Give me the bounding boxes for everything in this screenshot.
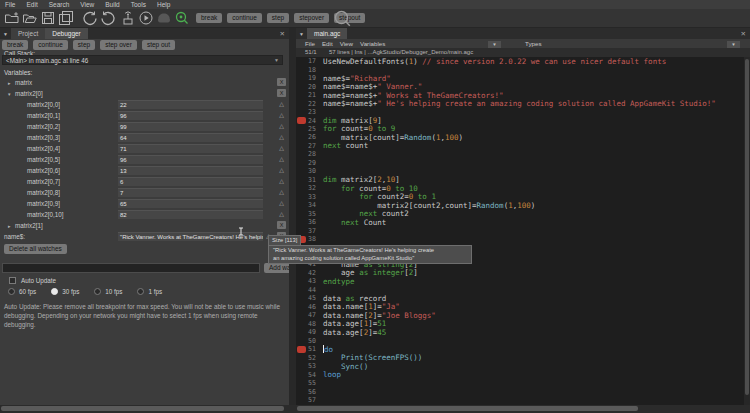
search-icon[interactable] — [333, 9, 352, 28]
close-editor-icon[interactable]: ✕ — [741, 30, 746, 38]
expand-arrow-icon[interactable]: ▸ — [8, 223, 15, 229]
code-line[interactable]: 22name$=name$+" He's helping create an a… — [296, 99, 744, 107]
line-number[interactable]: 47 — [296, 311, 319, 319]
editor-vertical-scrollbar[interactable] — [744, 57, 750, 405]
line-number[interactable]: 31 — [296, 176, 319, 184]
export-icon[interactable] — [156, 10, 172, 26]
variable-value-field[interactable]: 65 — [118, 199, 263, 208]
code-line[interactable]: 44 — [296, 286, 744, 294]
code-line[interactable]: 26 matrix[count]=Random(1,100) — [296, 133, 744, 141]
variable-value-field[interactable]: 71 — [118, 144, 263, 153]
code-line[interactable]: 21name$=name$+" Works at TheGameCreators… — [296, 91, 744, 99]
variable-value-field[interactable]: 22 — [118, 100, 263, 109]
code-line[interactable]: 27next count — [296, 142, 744, 150]
line-number[interactable]: 26 — [296, 133, 319, 141]
variable-value-field[interactable]: 13 — [118, 166, 263, 175]
line-number[interactable]: 18 — [296, 66, 319, 74]
editor-scroll-thumb[interactable] — [297, 406, 638, 411]
line-number[interactable]: 49 — [296, 328, 319, 336]
auto-update-checkbox[interactable] — [9, 277, 16, 284]
line-number[interactable]: 29 — [296, 159, 319, 167]
panel-step-button[interactable]: step — [73, 40, 95, 50]
code-line-text[interactable]: next count — [319, 141, 368, 150]
line-number[interactable]: 45 — [296, 294, 319, 302]
line-number[interactable]: 21 — [296, 91, 319, 99]
editor-menu-edit[interactable]: Edit — [322, 39, 333, 48]
menu-file[interactable]: File — [5, 0, 15, 9]
remove-watch-button[interactable]: X — [277, 89, 286, 97]
line-number[interactable]: 42 — [296, 269, 319, 277]
code-line[interactable]: 46data.name[1]="Ja" — [296, 303, 744, 311]
line-number[interactable]: 57 — [296, 396, 319, 404]
toolbar-break-button[interactable]: break — [196, 13, 222, 23]
redo-icon[interactable] — [100, 10, 116, 26]
menu-build[interactable]: Build — [105, 0, 119, 9]
code-line[interactable]: 20name$=name$+" Vanner." — [296, 82, 744, 90]
variable-value-field[interactable]: 7 — [118, 188, 263, 197]
line-number[interactable]: 33 — [296, 193, 319, 201]
variables-combo-arrow[interactable]: ▼ — [488, 41, 501, 48]
line-number[interactable]: 48 — [296, 320, 319, 328]
breakpoint-line-number[interactable]: 51 — [296, 345, 319, 353]
code-line[interactable]: 28 — [296, 150, 744, 158]
panel-step-over-button[interactable]: step over — [100, 40, 137, 50]
code-line[interactable]: 48data.age[1]=51 — [296, 320, 744, 328]
editor-menu-variables[interactable]: Variables — [360, 39, 385, 48]
code-line[interactable]: 52 Print(ScreenFPS()) — [296, 353, 744, 361]
tab-project[interactable]: Project — [11, 28, 45, 39]
plot-watch-button[interactable]: △ — [277, 111, 286, 119]
toolbar-step-button[interactable]: step — [267, 13, 289, 23]
code-line[interactable]: 24dim matrix[9] — [296, 116, 744, 124]
code-line-text[interactable]: endtype — [319, 277, 355, 286]
plot-watch-button[interactable]: △ — [277, 133, 286, 141]
code-line[interactable]: 29 — [296, 159, 744, 167]
fps-radio[interactable] — [8, 288, 15, 295]
code-line[interactable]: 34 matrix2[count2,count]=Random(1,100) — [296, 201, 744, 209]
delete-all-watches-button[interactable]: Delete all watches — [4, 244, 67, 254]
toolbar-stepover-button[interactable]: stepover — [294, 13, 329, 23]
code-line[interactable]: 37 — [296, 226, 744, 234]
panel-divider[interactable] — [289, 28, 296, 405]
menu-tools[interactable]: Tools — [131, 0, 146, 9]
panel-menu-icon[interactable]: ▼ — [0, 31, 11, 37]
line-number[interactable]: 36 — [296, 218, 319, 226]
code-line[interactable]: 32 for count=0 to 10 — [296, 184, 744, 192]
code-line[interactable]: 51do — [296, 345, 744, 353]
code-line[interactable]: 47data.name[2]="Joe Bloggs" — [296, 311, 744, 319]
menu-view[interactable]: View — [80, 0, 94, 9]
variable-value-field[interactable]: 96 — [118, 155, 263, 164]
code-line[interactable]: 35 next count2 — [296, 209, 744, 217]
fps-radio[interactable] — [137, 288, 144, 295]
menu-search[interactable]: Search — [49, 0, 70, 9]
code-line[interactable]: 50 — [296, 336, 744, 344]
panel-step-out-button[interactable]: step out — [142, 40, 175, 50]
open-project-icon[interactable] — [22, 10, 38, 26]
line-number[interactable]: 44 — [296, 286, 319, 294]
line-number[interactable]: 20 — [296, 83, 319, 91]
horizontal-scrollbar[interactable] — [0, 405, 750, 413]
toolbar-continue-button[interactable]: continue — [227, 13, 262, 23]
line-number[interactable]: 23 — [296, 108, 319, 116]
line-number[interactable]: 22 — [296, 100, 319, 108]
code-line[interactable]: 30 — [296, 167, 744, 175]
code-line[interactable]: 38 — [296, 235, 744, 243]
remove-watch-button[interactable]: X — [277, 221, 286, 229]
remove-watch-button[interactable]: X — [277, 78, 286, 86]
variable-value-field[interactable]: 6 — [118, 177, 263, 186]
plot-watch-button[interactable]: △ — [277, 155, 286, 163]
plot-watch-button[interactable]: △ — [277, 188, 286, 196]
plot-watch-button[interactable]: △ — [277, 199, 286, 207]
plot-watch-button[interactable]: △ — [277, 210, 286, 218]
line-number[interactable]: 28 — [296, 150, 319, 158]
plot-watch-button[interactable]: △ — [277, 177, 286, 185]
plot-watch-button[interactable]: △ — [277, 122, 286, 130]
plot-watch-button[interactable]: △ — [277, 166, 286, 174]
code-line-text[interactable]: name$=name$+" He's helping create an ama… — [319, 99, 716, 108]
code-line[interactable]: 31dim matrix2[2,10] — [296, 176, 744, 184]
call-stack-dropdown[interactable]: <Main> in main.agc at line 46 ▼ — [2, 55, 283, 65]
line-number[interactable]: 27 — [296, 142, 319, 150]
editor-menu-file[interactable]: File — [305, 39, 315, 48]
editor-menu-view[interactable]: View — [340, 39, 353, 48]
save-icon[interactable] — [40, 10, 56, 26]
code-line[interactable]: 56 — [296, 387, 744, 395]
